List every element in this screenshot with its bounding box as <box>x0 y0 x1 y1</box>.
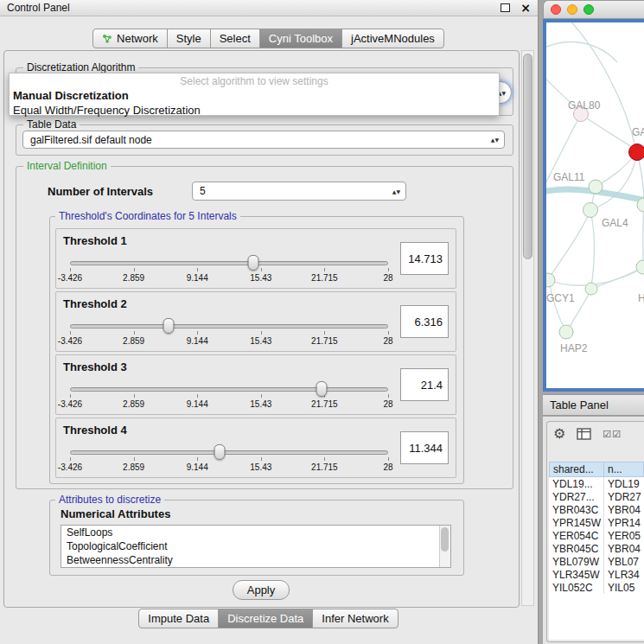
table-row[interactable]: YBR043CYBR04 <box>549 503 644 516</box>
cell-shared-name[interactable]: YBR043C <box>549 503 604 516</box>
control-panel: Control Panel × Network Style Select Cyn… <box>0 0 539 644</box>
cell-name[interactable]: YBR04 <box>604 503 644 516</box>
cell-name[interactable]: YPR14 <box>604 516 644 529</box>
cell-name[interactable]: YIL05 <box>604 581 644 594</box>
table-row[interactable]: YER054CYER05 <box>549 529 644 542</box>
threshold-3-slider-thumb[interactable] <box>316 381 327 397</box>
network-view-window: GAL80 GA GAL11 GAL4 GCY1 H HAP2 <box>543 0 644 392</box>
threshold-4-value-field[interactable]: 11.344 <box>400 431 449 464</box>
node-label-gcy1: GCY1 <box>546 292 575 304</box>
list-item[interactable]: SelfLoops <box>61 526 450 539</box>
tab-cyni-toolbox[interactable]: Cyni Toolbox <box>259 29 342 48</box>
threshold-2-value-field[interactable]: 6.316 <box>400 305 449 338</box>
gear-icon[interactable]: ⚙ <box>553 427 565 441</box>
cell-shared-name[interactable]: YBR045C <box>549 542 604 555</box>
scrollbar-thumb[interactable] <box>523 54 532 259</box>
numerical-attributes-label: Numerical Attributes <box>61 507 170 520</box>
number-of-intervals-combobox[interactable]: 5 ▲▼ <box>192 182 406 201</box>
table-panel-title: Table Panel <box>550 399 609 411</box>
tick-label: 9.144 <box>187 273 208 283</box>
bottom-tab-bar: Impute Data Discretize Data Infer Networ… <box>0 609 538 628</box>
tick-label: -3.426 <box>58 399 82 409</box>
cell-name[interactable]: YBL07 <box>604 555 644 568</box>
control-panel-scrollbar[interactable] <box>521 50 534 606</box>
cell-name[interactable]: YDL19 <box>604 477 644 490</box>
tab-style[interactable]: Style <box>167 29 211 48</box>
cell-name[interactable]: YBR04 <box>604 542 644 555</box>
threshold-1-slider-thumb[interactable] <box>248 255 259 271</box>
attributes-list-scrollbar[interactable] <box>439 526 450 567</box>
list-item[interactable]: BetweennessCentrality <box>61 553 450 567</box>
columns-icon[interactable] <box>577 428 591 440</box>
checkbox-filter-icons[interactable]: ☑☑ <box>603 429 622 440</box>
tick-label: 28 <box>383 399 392 409</box>
node-label-cut: GA <box>632 126 644 138</box>
table-row[interactable]: YPR145WYPR14 <box>549 516 644 529</box>
table-panel-inner: ⚙ ☑☑ shared... n... YDL19...YDL19 YDR27.… <box>546 421 644 642</box>
threshold-1-slider[interactable]: -3.426 2.859 9.144 15.43 21.715 28 <box>70 253 388 286</box>
algorithm-placeholder-option[interactable]: Select algorithm to view settings <box>10 73 499 88</box>
tick-label: 2.859 <box>123 399 144 409</box>
graph-node[interactable] <box>636 260 644 274</box>
tab-discretize-data[interactable]: Discretize Data <box>218 609 313 628</box>
zoom-traffic-light-icon[interactable] <box>583 4 594 15</box>
threshold-3-slider[interactable]: -3.426 2.859 9.144 15.43 21.715 28 <box>70 379 388 412</box>
table-data-combobox[interactable]: galFiltered.sif default node ▲▼ <box>22 131 505 149</box>
table-row[interactable]: YIL052CYIL05 <box>549 581 644 594</box>
graph-node[interactable] <box>583 203 598 218</box>
column-header-name[interactable]: n... <box>604 462 644 477</box>
cell-name[interactable]: YDR27 <box>604 490 644 503</box>
cell-shared-name[interactable]: YDR27... <box>549 490 604 503</box>
cell-shared-name[interactable]: YIL052C <box>549 581 604 594</box>
slider-track <box>70 324 388 328</box>
tab-jactivemnodules[interactable]: jActiveMNodules <box>341 29 444 48</box>
cell-name[interactable]: YLR34 <box>604 568 644 581</box>
apply-button[interactable]: Apply <box>233 580 290 600</box>
graph-node[interactable] <box>546 273 555 287</box>
table-row[interactable]: YDR27...YDR27 <box>549 490 644 503</box>
tab-network[interactable]: Network <box>92 29 168 48</box>
control-panel-titlebar: Control Panel × <box>0 0 538 16</box>
graph-node-selected-red[interactable] <box>629 144 644 161</box>
graph-node[interactable] <box>589 180 603 194</box>
table-row[interactable]: YBL079WYBL07 <box>549 555 644 568</box>
table-row[interactable]: YBR045CYBR04 <box>549 542 644 555</box>
cell-shared-name[interactable]: YBL079W <box>549 555 604 568</box>
tab-infer-network[interactable]: Infer Network <box>312 609 398 628</box>
minimize-traffic-light-icon[interactable] <box>567 4 577 15</box>
threshold-4-slider-thumb[interactable] <box>214 444 225 460</box>
close-icon[interactable]: × <box>520 3 531 12</box>
tab-impute-data-label: Impute Data <box>148 612 209 625</box>
float-window-icon[interactable] <box>501 3 510 12</box>
option-equal-width-frequency[interactable]: Equal Width/Frequency Discretization <box>10 103 499 118</box>
cell-shared-name[interactable]: YPR145W <box>549 516 604 529</box>
option-manual-discretization[interactable]: Manual Discretization <box>10 88 499 103</box>
cell-name[interactable]: YER05 <box>604 529 644 542</box>
column-header-shared-name[interactable]: shared... <box>549 462 604 477</box>
threshold-4-slider[interactable]: -3.426 2.859 9.144 15.43 21.715 28 <box>70 443 388 475</box>
table-row[interactable]: YLR345WYLR34 <box>549 568 644 581</box>
table-panel-toolbar: ⚙ ☑☑ <box>553 427 622 441</box>
close-traffic-light-icon[interactable] <box>551 4 561 15</box>
graph-node[interactable] <box>585 283 597 295</box>
list-item[interactable]: TopologicalCoefficient <box>61 539 450 553</box>
tab-impute-data[interactable]: Impute Data <box>138 609 219 628</box>
cell-shared-name[interactable]: YLR345W <box>549 568 604 581</box>
threshold-3-panel: Threshold 3 -3.426 2.859 9.144 15.43 21.… <box>55 354 456 415</box>
graph-node[interactable] <box>559 325 573 339</box>
network-window-titlebar[interactable] <box>543 0 644 19</box>
threshold-2-slider-thumb[interactable] <box>163 318 175 334</box>
scrollbar-thumb[interactable] <box>441 527 449 552</box>
threshold-1-value-field[interactable]: 14.713 <box>400 242 449 275</box>
tab-cyni-toolbox-label: Cyni Toolbox <box>269 32 333 45</box>
cell-shared-name[interactable]: YER054C <box>549 529 604 542</box>
network-canvas[interactable]: GAL80 GA GAL11 GAL4 GCY1 H HAP2 <box>546 22 644 388</box>
table-row[interactable]: YDL19...YDL19 <box>549 477 644 490</box>
slider-track <box>70 387 388 392</box>
threshold-3-value-field[interactable]: 21.4 <box>400 368 449 401</box>
table-header-row: shared... n... <box>549 462 644 477</box>
tab-select[interactable]: Select <box>210 29 260 48</box>
cell-shared-name[interactable]: YDL19... <box>549 477 604 490</box>
numerical-attributes-list[interactable]: SelfLoops TopologicalCoefficient Between… <box>61 525 451 568</box>
threshold-2-slider[interactable]: -3.426 2.859 9.144 15.43 21.715 28 <box>70 316 388 349</box>
